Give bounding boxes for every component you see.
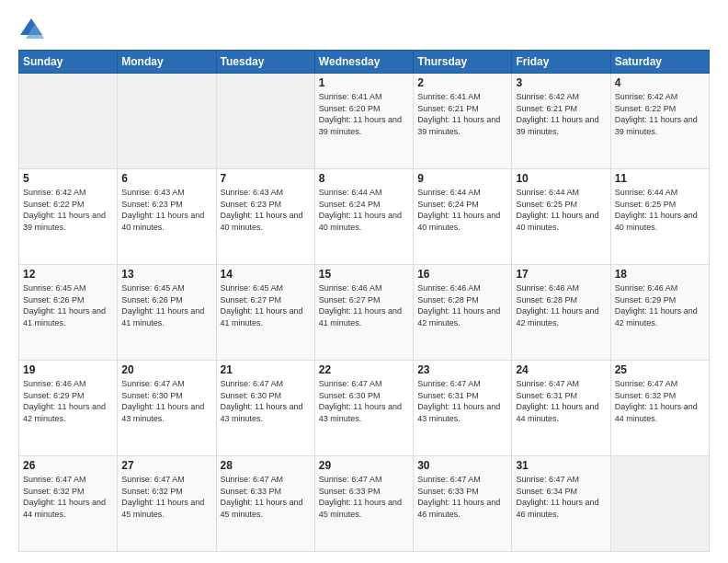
day-number: 26 <box>23 459 113 472</box>
day-number: 6 <box>121 172 211 185</box>
header-row: SundayMondayTuesdayWednesdayThursdayFrid… <box>19 51 710 74</box>
day-info: Sunrise: 6:47 AMSunset: 6:31 PMDaylight:… <box>516 378 606 424</box>
day-of-week-header: Sunday <box>19 51 118 74</box>
calendar-cell: 2Sunrise: 6:41 AMSunset: 6:21 PMDaylight… <box>414 74 512 169</box>
day-info: Sunrise: 6:47 AMSunset: 6:32 PMDaylight:… <box>23 474 113 520</box>
day-info: Sunrise: 6:43 AMSunset: 6:23 PMDaylight:… <box>121 187 211 233</box>
day-number: 10 <box>516 172 606 185</box>
calendar-cell: 19Sunrise: 6:46 AMSunset: 6:29 PMDayligh… <box>19 361 118 456</box>
day-number: 5 <box>23 172 113 185</box>
header <box>18 15 710 40</box>
calendar-cell: 6Sunrise: 6:43 AMSunset: 6:23 PMDaylight… <box>118 169 216 265</box>
calendar-cell: 28Sunrise: 6:47 AMSunset: 6:33 PMDayligh… <box>216 456 314 552</box>
calendar-week-row: 1Sunrise: 6:41 AMSunset: 6:20 PMDaylight… <box>19 74 710 169</box>
calendar-week-row: 26Sunrise: 6:47 AMSunset: 6:32 PMDayligh… <box>19 456 710 552</box>
day-info: Sunrise: 6:47 AMSunset: 6:33 PMDaylight:… <box>417 474 507 520</box>
calendar-cell: 1Sunrise: 6:41 AMSunset: 6:20 PMDaylight… <box>314 74 413 169</box>
day-number: 3 <box>516 76 606 89</box>
calendar-cell: 14Sunrise: 6:45 AMSunset: 6:27 PMDayligh… <box>216 265 314 361</box>
calendar-body: 1Sunrise: 6:41 AMSunset: 6:20 PMDaylight… <box>19 74 710 552</box>
day-info: Sunrise: 6:44 AMSunset: 6:24 PMDaylight:… <box>417 187 507 233</box>
calendar-cell: 24Sunrise: 6:47 AMSunset: 6:31 PMDayligh… <box>512 361 610 456</box>
calendar-cell: 29Sunrise: 6:47 AMSunset: 6:33 PMDayligh… <box>314 456 413 552</box>
day-number: 17 <box>516 268 606 281</box>
day-number: 27 <box>121 459 211 472</box>
calendar-cell: 16Sunrise: 6:46 AMSunset: 6:28 PMDayligh… <box>414 265 512 361</box>
calendar-cell: 27Sunrise: 6:47 AMSunset: 6:32 PMDayligh… <box>118 456 216 552</box>
calendar-cell: 30Sunrise: 6:47 AMSunset: 6:33 PMDayligh… <box>414 456 512 552</box>
calendar-cell: 26Sunrise: 6:47 AMSunset: 6:32 PMDayligh… <box>19 456 118 552</box>
calendar-week-row: 5Sunrise: 6:42 AMSunset: 6:22 PMDaylight… <box>19 169 710 265</box>
day-info: Sunrise: 6:44 AMSunset: 6:25 PMDaylight:… <box>516 187 606 233</box>
day-of-week-header: Thursday <box>414 51 512 74</box>
day-info: Sunrise: 6:43 AMSunset: 6:23 PMDaylight:… <box>221 187 311 233</box>
calendar-cell: 31Sunrise: 6:47 AMSunset: 6:34 PMDayligh… <box>512 456 610 552</box>
day-info: Sunrise: 6:47 AMSunset: 6:30 PMDaylight:… <box>221 378 311 424</box>
day-info: Sunrise: 6:42 AMSunset: 6:22 PMDaylight:… <box>615 91 705 137</box>
calendar-cell <box>610 456 709 552</box>
calendar-week-row: 19Sunrise: 6:46 AMSunset: 6:29 PMDayligh… <box>19 361 710 456</box>
day-info: Sunrise: 6:42 AMSunset: 6:21 PMDaylight:… <box>516 91 606 137</box>
calendar-cell: 20Sunrise: 6:47 AMSunset: 6:30 PMDayligh… <box>118 361 216 456</box>
calendar-cell: 22Sunrise: 6:47 AMSunset: 6:30 PMDayligh… <box>314 361 413 456</box>
calendar-cell <box>216 74 314 169</box>
calendar-cell: 5Sunrise: 6:42 AMSunset: 6:22 PMDaylight… <box>19 169 118 265</box>
day-info: Sunrise: 6:41 AMSunset: 6:21 PMDaylight:… <box>417 91 507 137</box>
day-info: Sunrise: 6:47 AMSunset: 6:32 PMDaylight:… <box>615 378 705 424</box>
day-number: 11 <box>615 172 705 185</box>
day-of-week-header: Monday <box>118 51 216 74</box>
calendar-cell <box>19 74 118 169</box>
calendar-cell: 15Sunrise: 6:46 AMSunset: 6:27 PMDayligh… <box>314 265 413 361</box>
calendar-cell: 21Sunrise: 6:47 AMSunset: 6:30 PMDayligh… <box>216 361 314 456</box>
day-info: Sunrise: 6:45 AMSunset: 6:26 PMDaylight:… <box>121 282 211 328</box>
day-info: Sunrise: 6:47 AMSunset: 6:34 PMDaylight:… <box>516 474 606 520</box>
day-of-week-header: Wednesday <box>314 51 413 74</box>
day-info: Sunrise: 6:44 AMSunset: 6:24 PMDaylight:… <box>319 187 409 233</box>
day-info: Sunrise: 6:47 AMSunset: 6:30 PMDaylight:… <box>319 378 409 424</box>
day-info: Sunrise: 6:47 AMSunset: 6:31 PMDaylight:… <box>417 378 507 424</box>
day-number: 1 <box>319 76 409 89</box>
calendar-cell: 4Sunrise: 6:42 AMSunset: 6:22 PMDaylight… <box>610 74 709 169</box>
day-info: Sunrise: 6:42 AMSunset: 6:22 PMDaylight:… <box>23 187 113 233</box>
calendar-cell: 17Sunrise: 6:46 AMSunset: 6:28 PMDayligh… <box>512 265 610 361</box>
day-number: 28 <box>221 459 311 472</box>
day-number: 18 <box>615 268 705 281</box>
day-number: 19 <box>23 363 113 376</box>
calendar-cell: 7Sunrise: 6:43 AMSunset: 6:23 PMDaylight… <box>216 169 314 265</box>
page: SundayMondayTuesdayWednesdayThursdayFrid… <box>0 0 728 563</box>
day-info: Sunrise: 6:46 AMSunset: 6:29 PMDaylight:… <box>615 282 705 328</box>
day-info: Sunrise: 6:44 AMSunset: 6:25 PMDaylight:… <box>615 187 705 233</box>
calendar-cell: 3Sunrise: 6:42 AMSunset: 6:21 PMDaylight… <box>512 74 610 169</box>
calendar-cell <box>118 74 216 169</box>
day-number: 24 <box>516 363 606 376</box>
day-info: Sunrise: 6:45 AMSunset: 6:27 PMDaylight:… <box>221 282 311 328</box>
day-info: Sunrise: 6:47 AMSunset: 6:32 PMDaylight:… <box>121 474 211 520</box>
calendar-cell: 10Sunrise: 6:44 AMSunset: 6:25 PMDayligh… <box>512 169 610 265</box>
day-number: 8 <box>319 172 409 185</box>
day-info: Sunrise: 6:47 AMSunset: 6:30 PMDaylight:… <box>121 378 211 424</box>
day-number: 29 <box>319 459 409 472</box>
day-number: 13 <box>121 268 211 281</box>
day-info: Sunrise: 6:46 AMSunset: 6:29 PMDaylight:… <box>23 378 113 424</box>
day-info: Sunrise: 6:41 AMSunset: 6:20 PMDaylight:… <box>319 91 409 137</box>
day-of-week-header: Saturday <box>610 51 709 74</box>
logo <box>18 15 48 40</box>
day-info: Sunrise: 6:46 AMSunset: 6:28 PMDaylight:… <box>516 282 606 328</box>
calendar-table: SundayMondayTuesdayWednesdayThursdayFrid… <box>18 50 710 552</box>
calendar-cell: 18Sunrise: 6:46 AMSunset: 6:29 PMDayligh… <box>610 265 709 361</box>
day-number: 4 <box>615 76 705 89</box>
calendar-cell: 12Sunrise: 6:45 AMSunset: 6:26 PMDayligh… <box>19 265 118 361</box>
day-info: Sunrise: 6:46 AMSunset: 6:28 PMDaylight:… <box>417 282 507 328</box>
day-number: 30 <box>417 459 507 472</box>
day-number: 23 <box>417 363 507 376</box>
day-number: 12 <box>23 268 113 281</box>
day-number: 9 <box>417 172 507 185</box>
day-number: 21 <box>221 363 311 376</box>
calendar-cell: 23Sunrise: 6:47 AMSunset: 6:31 PMDayligh… <box>414 361 512 456</box>
day-number: 20 <box>121 363 211 376</box>
day-info: Sunrise: 6:45 AMSunset: 6:26 PMDaylight:… <box>23 282 113 328</box>
day-number: 14 <box>221 268 311 281</box>
day-number: 25 <box>615 363 705 376</box>
calendar-cell: 8Sunrise: 6:44 AMSunset: 6:24 PMDaylight… <box>314 169 413 265</box>
day-of-week-header: Friday <box>512 51 610 74</box>
